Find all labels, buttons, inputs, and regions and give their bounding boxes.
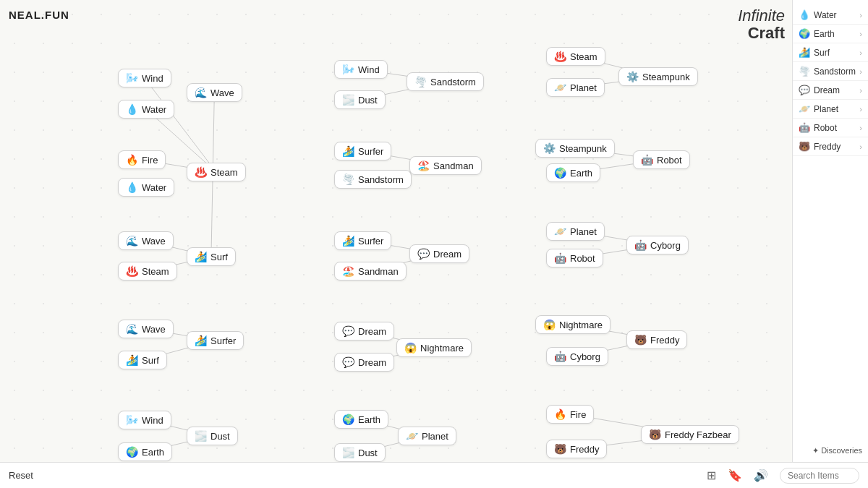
node-n-sandman1[interactable]: 🏖️ Sandman bbox=[334, 262, 407, 281]
sidebar-item-freddy[interactable]: 🐻 Freddy › bbox=[793, 137, 868, 156]
sidebar-emoji-sandstorm: 🌪️ bbox=[799, 66, 810, 77]
sidebar-action-freddy[interactable]: › bbox=[859, 142, 862, 151]
sidebar-item-surf[interactable]: 🏄 Surf › bbox=[793, 43, 868, 62]
search-input[interactable] bbox=[780, 468, 859, 484]
node-label-n-dream3: Dream bbox=[433, 249, 461, 260]
bookmark-icon[interactable]: 🔖 bbox=[728, 468, 742, 482]
node-label-n-sandstorm2: Sandstorm bbox=[430, 77, 476, 87]
sidebar-action-water[interactable]: › bbox=[859, 11, 862, 20]
node-n-surf1[interactable]: 🏄 Surf bbox=[187, 247, 236, 266]
node-n-sandstorm2[interactable]: 🌪️ Sandstorm bbox=[407, 72, 484, 91]
node-emoji-n-surf1: 🏄 bbox=[195, 251, 207, 262]
grid-icon[interactable]: ⊞ bbox=[707, 468, 716, 482]
node-label-n-planet1: Planet bbox=[422, 431, 448, 442]
node-n-earth2[interactable]: 🌍 Earth bbox=[334, 410, 388, 429]
node-n-wave1[interactable]: 🌊 Wave bbox=[187, 83, 242, 102]
sidebar-action-surf[interactable]: › bbox=[859, 48, 862, 57]
node-n-steampunk2[interactable]: ⚙️ Steampunk bbox=[535, 139, 615, 158]
sidebar-item-dream[interactable]: 💬 Dream › bbox=[793, 81, 868, 100]
node-emoji-n-freddy2: 🐻 bbox=[554, 443, 566, 455]
node-emoji-n-nightmare2: 😱 bbox=[543, 319, 556, 330]
node-label-n-steampunk2: Steampunk bbox=[559, 143, 607, 154]
node-emoji-n-dust1: 🌫️ bbox=[195, 430, 207, 442]
sidebar-item-water[interactable]: 💧 Water › bbox=[793, 6, 868, 25]
node-label-n-surf2: Surf bbox=[142, 355, 159, 366]
brand-line2: Craft bbox=[738, 25, 785, 42]
node-label-n-dust1: Dust bbox=[210, 431, 230, 442]
node-n-wind2[interactable]: 🌬️ Wind bbox=[118, 411, 171, 429]
node-n-robot1[interactable]: 🤖 Robot bbox=[633, 150, 690, 169]
sidebar-action-dream[interactable]: › bbox=[859, 86, 862, 95]
node-n-sandstorm1[interactable]: 🌪️ Sandstorm bbox=[334, 170, 412, 189]
node-n-freddy1[interactable]: 🐻 Freddy bbox=[626, 330, 687, 349]
node-label-n-freddyfazbear: Freddy Fazbear bbox=[665, 429, 731, 440]
sound-icon[interactable]: 🔊 bbox=[754, 468, 768, 482]
node-n-dream2[interactable]: 💬 Dream bbox=[334, 353, 394, 372]
node-n-dust2[interactable]: 🌫️ Dust bbox=[334, 90, 386, 109]
node-n-wave3[interactable]: 🌊 Wave bbox=[118, 320, 174, 338]
node-label-n-wave2: Wave bbox=[142, 236, 166, 247]
node-n-planet1[interactable]: 🪐 Planet bbox=[398, 427, 456, 445]
node-n-dream3[interactable]: 💬 Dream bbox=[409, 244, 469, 263]
node-emoji-n-sandman1: 🏖️ bbox=[342, 265, 354, 277]
node-emoji-n-steampunk2: ⚙️ bbox=[543, 142, 556, 154]
node-n-steam2[interactable]: ♨️ Steam bbox=[118, 262, 177, 281]
node-n-cyborg2[interactable]: 🤖 Cyborg bbox=[546, 347, 608, 366]
node-n-freddy2[interactable]: 🐻 Freddy bbox=[546, 440, 607, 458]
node-n-nightmare2[interactable]: 😱 Nightmare bbox=[535, 315, 610, 334]
node-n-steampunk1[interactable]: ⚙️ Steampunk bbox=[618, 67, 698, 86]
node-n-freddyfazbear[interactable]: 🐻 Freddy Fazbear bbox=[641, 425, 739, 444]
node-emoji-n-surfer1: 🏄 bbox=[195, 335, 207, 346]
node-n-surfer1[interactable]: 🏄 Surfer bbox=[187, 331, 244, 350]
node-n-water1[interactable]: 💧 Water bbox=[118, 100, 174, 119]
node-n-wind1[interactable]: 🌬️ Wind bbox=[118, 69, 171, 87]
node-label-n-robot1: Robot bbox=[657, 155, 682, 166]
node-n-nightmare1[interactable]: 😱 Nightmare bbox=[396, 338, 472, 357]
node-emoji-n-steam2: ♨️ bbox=[126, 265, 138, 277]
discoveries-button[interactable]: ✦ Discoveries bbox=[812, 446, 862, 455]
brand: Infinite Craft bbox=[738, 7, 785, 42]
sidebar-item-planet[interactable]: 🪐 Planet › bbox=[793, 100, 868, 119]
sidebar-label-freddy: Freddy bbox=[814, 142, 856, 152]
node-n-dust1[interactable]: 🌫️ Dust bbox=[187, 427, 238, 445]
node-n-steam1[interactable]: ♨️ Steam bbox=[187, 163, 246, 181]
main-canvas: 🌬️ Wind🌊 Wave💧 Water🔥 Fire♨️ Steam💧 Wate… bbox=[0, 0, 792, 462]
node-n-planet2[interactable]: 🪐 Planet bbox=[546, 78, 605, 97]
node-n-dust3[interactable]: 🌫️ Dust bbox=[334, 443, 386, 462]
node-n-surf2[interactable]: 🏄 Surf bbox=[118, 351, 167, 369]
sidebar-item-earth[interactable]: 🌍 Earth › bbox=[793, 25, 868, 43]
sidebar-action-robot[interactable]: › bbox=[859, 124, 862, 132]
sidebar-action-earth[interactable]: › bbox=[859, 30, 862, 38]
node-emoji-n-nightmare1: 😱 bbox=[404, 342, 417, 354]
node-n-earth1[interactable]: 🌍 Earth bbox=[118, 442, 172, 461]
node-n-fire1[interactable]: 🔥 Fire bbox=[118, 150, 166, 169]
reset-button[interactable]: Reset bbox=[9, 470, 33, 481]
node-n-water2[interactable]: 💧 Water bbox=[118, 178, 174, 197]
node-n-steam3[interactable]: ♨️ Steam bbox=[546, 47, 605, 66]
sidebar-action-planet[interactable]: › bbox=[859, 105, 862, 114]
node-n-dream1[interactable]: 💬 Dream bbox=[334, 322, 394, 341]
node-n-cyborg1[interactable]: 🤖 Cyborg bbox=[626, 236, 689, 254]
node-emoji-n-steampunk1: ⚙️ bbox=[626, 71, 639, 82]
node-n-planet3[interactable]: 🪐 Planet bbox=[546, 222, 605, 241]
sidebar-emoji-robot: 🤖 bbox=[799, 122, 810, 133]
node-emoji-n-robot2: 🤖 bbox=[554, 252, 566, 264]
node-n-sandman2[interactable]: 🏖️ Sandman bbox=[409, 156, 482, 175]
sidebar-label-surf: Surf bbox=[814, 48, 856, 58]
node-label-n-wind3: Wind bbox=[358, 64, 380, 75]
node-n-surfer2[interactable]: 🏄 Surfer bbox=[334, 142, 391, 160]
node-n-earth3[interactable]: 🌍 Earth bbox=[546, 163, 600, 182]
sidebar-item-sandstorm[interactable]: 🌪️ Sandstorm › bbox=[793, 62, 868, 81]
sidebar-action-sandstorm[interactable]: › bbox=[859, 67, 862, 76]
node-n-wave2[interactable]: 🌊 Wave bbox=[118, 231, 174, 250]
sidebar-item-robot[interactable]: 🤖 Robot › bbox=[793, 119, 868, 137]
node-label-n-earth2: Earth bbox=[358, 414, 380, 425]
node-label-n-cyborg2: Cyborg bbox=[570, 351, 600, 362]
node-label-n-sandstorm1: Sandstorm bbox=[358, 174, 404, 185]
node-label-n-wind1: Wind bbox=[142, 73, 163, 84]
node-n-fire2[interactable]: 🔥 Fire bbox=[546, 405, 594, 424]
node-n-wind3[interactable]: 🌬️ Wind bbox=[334, 60, 388, 79]
node-n-surfer3[interactable]: 🏄 Surfer bbox=[334, 231, 391, 250]
node-label-n-sandman1: Sandman bbox=[358, 266, 399, 277]
node-n-robot2[interactable]: 🤖 Robot bbox=[546, 249, 603, 267]
